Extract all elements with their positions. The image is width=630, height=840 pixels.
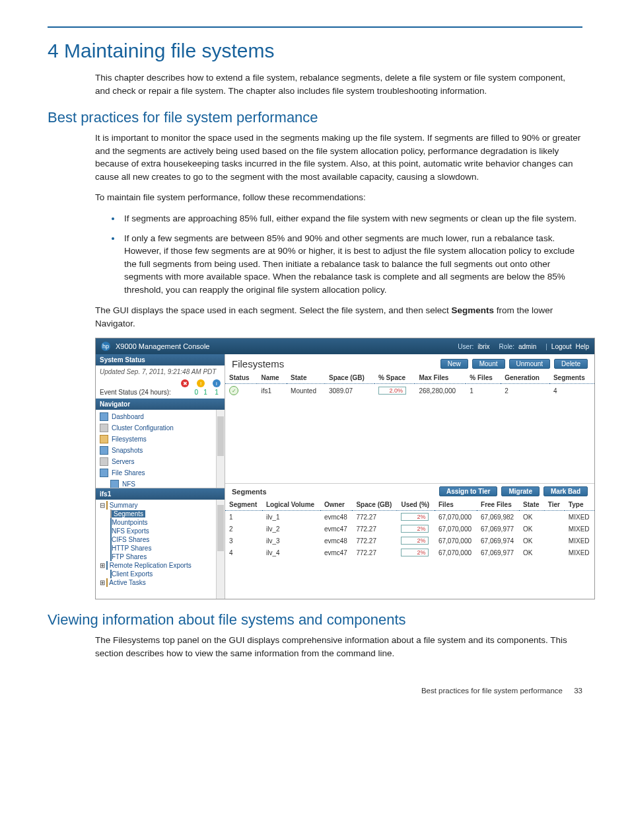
mark-bad-button[interactable]: Mark Bad bbox=[543, 486, 588, 496]
event-count-info: 1 bbox=[213, 389, 221, 396]
nav-servers[interactable]: Servers bbox=[96, 456, 225, 467]
fs-maxfiles: 268,280,000 bbox=[415, 384, 466, 398]
tree-remote-replication[interactable]: ⊞ Remote Replication Exports bbox=[96, 561, 225, 570]
event-status-label: Event Status (24 hours): bbox=[100, 389, 191, 396]
gui-screenshot: hp X9000 Management Console User: ibrix … bbox=[95, 338, 595, 599]
system-status-header: System Status bbox=[96, 354, 225, 365]
delete-button[interactable]: Delete bbox=[554, 359, 588, 369]
fs-pct: 2.0% bbox=[378, 387, 406, 395]
seg-col[interactable]: Type bbox=[565, 499, 594, 511]
filesystems-title: Filesystems bbox=[232, 358, 440, 369]
best-paragraph-1: It is important to monitor the space use… bbox=[95, 132, 582, 183]
text: The GUI displays the space used in each … bbox=[95, 305, 452, 315]
new-button[interactable]: New bbox=[440, 359, 468, 369]
event-count-error: 0 bbox=[194, 389, 198, 396]
seg-col[interactable]: Owner bbox=[320, 499, 353, 511]
event-count-warn: 1 bbox=[201, 389, 209, 396]
warning-icon: ! bbox=[197, 379, 205, 387]
tree-segments[interactable]: Segments bbox=[96, 510, 225, 518]
lower-nav-title: ifs1 bbox=[96, 488, 225, 500]
unmount-button[interactable]: Unmount bbox=[509, 359, 551, 369]
seg-col[interactable]: Free Files bbox=[477, 499, 519, 511]
footer-text: Best practices for file system performan… bbox=[421, 687, 563, 695]
hp-logo-icon: hp bbox=[101, 342, 110, 351]
fs-space: 3089.07 bbox=[325, 384, 374, 398]
col-status[interactable]: Status bbox=[225, 372, 257, 384]
page-footer: Best practices for file system performan… bbox=[48, 687, 582, 695]
seg-col[interactable]: Files bbox=[435, 499, 477, 511]
tree-summary[interactable]: ⊟ Summary bbox=[96, 501, 225, 510]
nav-file-shares[interactable]: File Shares bbox=[96, 467, 225, 478]
gui-titlebar: hp X9000 Management Console User: ibrix … bbox=[96, 338, 594, 354]
tree-cifs-shares[interactable]: CIFS Shares bbox=[96, 535, 225, 544]
fs-segs: 4 bbox=[549, 384, 594, 398]
footer-page-number: 33 bbox=[574, 687, 582, 695]
table-row[interactable]: 3ilv_3evmc48772.272%67,070,00067,069,974… bbox=[225, 535, 594, 547]
table-row[interactable]: 2ilv_2evmc47772.272%67,070,00067,069,977… bbox=[225, 523, 594, 535]
user-value: ibrix bbox=[477, 343, 489, 350]
seg-col[interactable]: Tier bbox=[544, 499, 565, 511]
fs-name: ifs1 bbox=[257, 384, 287, 398]
segments-bold: Segments bbox=[452, 305, 495, 315]
logout-link[interactable]: Logout bbox=[551, 343, 572, 350]
chapter-title: 4 Maintaining file systems bbox=[48, 40, 582, 62]
col-name[interactable]: Name bbox=[257, 372, 287, 384]
fs-state: Mounted bbox=[287, 384, 325, 398]
col-generation[interactable]: Generation bbox=[501, 372, 549, 384]
best-paragraph-3: The GUI displays the space used in each … bbox=[95, 304, 582, 330]
fs-gen: 2 bbox=[501, 384, 549, 398]
table-row[interactable]: ✓ ifs1 Mounted 3089.07 2.0% 268,280,000 … bbox=[225, 384, 594, 398]
nav-dashboard[interactable]: Dashboard bbox=[96, 411, 225, 422]
col-state[interactable]: State bbox=[287, 372, 325, 384]
col-space[interactable]: Space (GB) bbox=[325, 372, 374, 384]
nav-scrollbar[interactable] bbox=[216, 410, 225, 488]
col-pct-space[interactable]: % Space bbox=[374, 372, 415, 384]
table-row[interactable]: 4ilv_4evmc47772.272%67,070,00067,069,977… bbox=[225, 547, 594, 558]
bullet-2: If only a few segments are between 85% a… bbox=[122, 232, 582, 297]
tree-ftp-shares[interactable]: FTP Shares bbox=[96, 553, 225, 561]
heading-viewing-info: Viewing information about file systems a… bbox=[48, 611, 582, 629]
nav-cluster-config[interactable]: Cluster Configuration bbox=[96, 422, 225, 434]
segments-title: Segments bbox=[232, 488, 439, 496]
nav-filesystems[interactable]: Filesystems bbox=[96, 434, 225, 445]
tree-mountpoints[interactable]: Mountpoints bbox=[96, 518, 225, 527]
view-paragraph-1: The Filesystems top panel on the GUI dis… bbox=[95, 634, 582, 660]
tree-active-tasks[interactable]: ⊞ Active Tasks bbox=[96, 578, 225, 587]
mount-button[interactable]: Mount bbox=[472, 359, 505, 369]
seg-col[interactable]: Logical Volume bbox=[262, 499, 320, 511]
help-link[interactable]: Help bbox=[575, 343, 589, 350]
gui-product-title: X9000 Management Console bbox=[116, 342, 458, 350]
error-icon: ✖ bbox=[181, 379, 189, 387]
seg-col[interactable]: State bbox=[519, 499, 544, 511]
col-max-files[interactable]: Max Files bbox=[415, 372, 466, 384]
navigator-header: Navigator bbox=[96, 399, 225, 410]
nav-nfs[interactable]: NFS bbox=[96, 478, 225, 488]
tree-http-shares[interactable]: HTTP Shares bbox=[96, 544, 225, 553]
table-row[interactable]: 1ilv_1evmc48772.272%67,070,00067,069,982… bbox=[225, 511, 594, 523]
migrate-button[interactable]: Migrate bbox=[501, 486, 540, 496]
bullet-1: If segments are approaching 85% full, ei… bbox=[122, 212, 582, 225]
assign-tier-button[interactable]: Assign to Tier bbox=[439, 486, 498, 496]
seg-col[interactable]: Used (%) bbox=[397, 499, 435, 511]
seg-col[interactable]: Segment bbox=[225, 499, 262, 511]
info-icon: i bbox=[213, 379, 221, 387]
col-segments[interactable]: Segments bbox=[549, 372, 594, 384]
intro-paragraph: This chapter describes how to extend a f… bbox=[95, 71, 582, 97]
filesystems-table: Status Name State Space (GB) % Space Max… bbox=[225, 372, 594, 397]
role-label: Role: bbox=[499, 343, 514, 350]
nav-snapshots[interactable]: Snapshots bbox=[96, 445, 225, 456]
tree-client-exports[interactable]: Client Exports bbox=[96, 570, 225, 578]
updated-timestamp: Updated Sep. 7, 2011, 9:21:48 AM PDT bbox=[100, 368, 221, 375]
user-label: User: bbox=[458, 343, 473, 350]
role-value: admin bbox=[518, 343, 536, 350]
fs-pctfiles: 1 bbox=[466, 384, 501, 398]
heading-best-practices: Best practices for file system performan… bbox=[48, 109, 582, 126]
segments-table: Segment Logical Volume Owner Space (GB) … bbox=[225, 499, 594, 558]
best-paragraph-2: To maintain file system performance, fol… bbox=[95, 191, 582, 204]
status-ok-icon: ✓ bbox=[229, 386, 238, 395]
tree-nfs-exports[interactable]: NFS Exports bbox=[96, 527, 225, 535]
tree-scrollbar[interactable] bbox=[216, 500, 225, 599]
col-pct-files[interactable]: % Files bbox=[466, 372, 501, 384]
seg-col[interactable]: Space (GB) bbox=[352, 499, 397, 511]
